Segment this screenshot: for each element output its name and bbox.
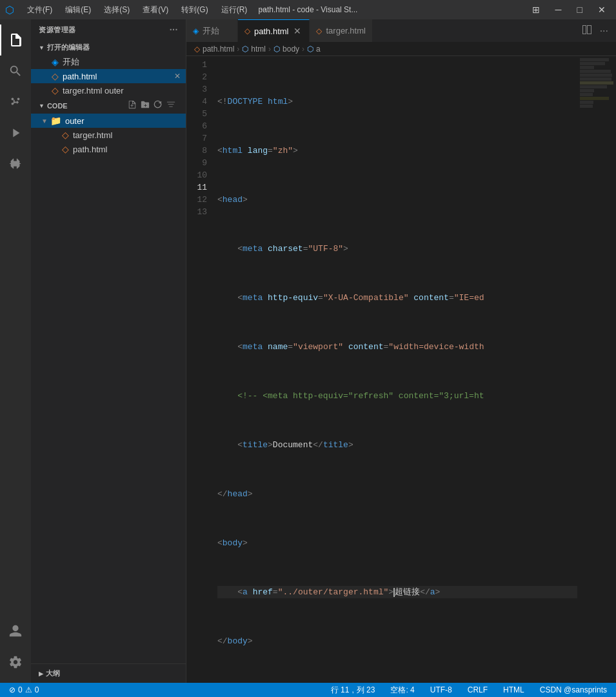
status-line-ending[interactable]: CRLF <box>464 683 492 697</box>
tab-actions: ··· <box>579 22 616 40</box>
code-token: </ <box>420 586 430 598</box>
status-bar: ⊘ 0 ⚠ 0 行 11, 列 23 空格: 4 UTF-8 CRLF HTML… <box>0 683 616 697</box>
explorer-icon <box>8 32 24 48</box>
code-token: Document <box>273 439 313 451</box>
code-indent <box>217 586 237 598</box>
code-token: > <box>268 439 273 451</box>
sidebar-more-icon[interactable]: ··· <box>170 25 178 35</box>
tab-path-html[interactable]: ◇ path.html ✕ <box>238 19 310 42</box>
tab-path-close[interactable]: ✕ <box>292 25 303 37</box>
status-spaces[interactable]: 空格: 4 <box>386 683 418 697</box>
tab-targer-html[interactable]: ◇ targer.html <box>310 19 372 42</box>
line-num-3: 3 <box>192 83 207 96</box>
outline-section[interactable]: ▶ 大纲 <box>31 663 186 683</box>
status-language-label: HTML <box>503 685 524 694</box>
breadcrumb-body[interactable]: body <box>283 45 299 54</box>
file-targer-html[interactable]: ◇ targer.html <box>31 128 186 142</box>
code-token: = <box>273 586 278 598</box>
activity-source-control[interactable] <box>0 86 31 117</box>
code-line-7: <!-- <meta http-equiv="refresh" content=… <box>217 390 577 402</box>
refresh-icon[interactable] <box>154 100 163 111</box>
folder-outer[interactable]: ▼ 📁 outer <box>31 114 186 128</box>
close-file-icon[interactable]: ✕ <box>174 72 181 81</box>
tab-start[interactable]: ◈ 开始 <box>186 19 238 42</box>
code-token: = <box>268 145 273 157</box>
close-button[interactable]: ✕ <box>593 3 611 16</box>
breadcrumb-html[interactable]: html <box>251 45 266 54</box>
menu-edit[interactable]: 编辑(E) <box>60 3 96 17</box>
activity-settings[interactable] <box>0 647 31 678</box>
code-token: "IE=ed <box>454 292 484 304</box>
code-token: > <box>293 145 298 157</box>
new-folder-icon[interactable] <box>141 100 150 111</box>
collapse-all-icon[interactable] <box>166 100 175 111</box>
code-line-12: </body> <box>217 635 577 647</box>
code-token: content <box>343 341 383 353</box>
activity-explorer[interactable] <box>0 25 31 56</box>
new-file-icon[interactable] <box>128 100 137 111</box>
split-editor-icon[interactable] <box>579 22 595 40</box>
breadcrumb-a[interactable]: a <box>316 45 321 54</box>
menu-goto[interactable]: 转到(G) <box>176 3 213 17</box>
outline-label: 大纲 <box>46 669 60 678</box>
code-token: < <box>237 341 243 353</box>
code-line-9: </head> <box>217 488 577 500</box>
line-num-2: 2 <box>192 71 207 83</box>
folder-icon-outer: 📁 <box>50 116 61 126</box>
status-line-col[interactable]: 行 11, 列 23 <box>327 683 379 697</box>
source-control-icon <box>8 95 23 109</box>
code-token: = <box>318 292 323 304</box>
file-path-html[interactable]: ◇ path.html <box>31 142 186 156</box>
status-encoding-label: UTF-8 <box>430 685 452 694</box>
file-targer-label: targer.html <box>73 130 112 140</box>
more-actions-icon[interactable]: ··· <box>597 23 611 39</box>
code-token: a <box>430 586 435 598</box>
code-indent <box>217 292 237 304</box>
chevron-down-icon: ▼ <box>39 45 45 51</box>
code-section[interactable]: ▼ CODE <box>31 97 186 114</box>
activity-extensions[interactable] <box>0 148 31 179</box>
maximize-button[interactable]: □ <box>572 3 588 16</box>
code-line-11: <a href="../outer/targer.html">超链接</a> <box>217 586 577 598</box>
code-token: body <box>228 635 248 647</box>
open-editors-section[interactable]: ▼ 打开的编辑器 <box>31 40 186 55</box>
code-editor[interactable]: <!DOCTYPE html> <html lang="zh"> <head> … <box>212 56 577 683</box>
code-token: < <box>217 145 223 157</box>
menu-view[interactable]: 查看(V) <box>137 3 174 17</box>
code-token: < <box>237 243 243 255</box>
breadcrumb-body-icon: ⬡ <box>273 45 280 54</box>
open-editor-start[interactable]: ◈ 开始 <box>31 55 186 69</box>
open-editor-path-html[interactable]: ◇ path.html ✕ <box>31 69 186 83</box>
activity-account[interactable] <box>0 616 31 647</box>
menu-select[interactable]: 选择(S) <box>99 3 135 17</box>
editor-area: ◈ 开始 ◇ path.html ✕ ◇ targer.html ··· <box>186 19 616 683</box>
warning-count: 0 <box>35 685 39 694</box>
status-language[interactable]: HTML <box>499 683 528 697</box>
line-num-11: 11 <box>192 181 207 194</box>
menu-run[interactable]: 运行(R) <box>216 3 253 17</box>
file-path-label: path.html <box>73 145 107 154</box>
status-spaces-label: 空格: 4 <box>390 685 414 696</box>
activity-bar <box>0 19 31 683</box>
tab-start-label: 开始 <box>203 25 219 37</box>
code-token: meta <box>243 341 263 353</box>
error-icon: ⊘ <box>9 685 15 694</box>
breadcrumb-file[interactable]: path.html <box>203 45 234 54</box>
minimize-button[interactable]: ─ <box>550 3 567 16</box>
code-token: > <box>343 243 348 255</box>
menu-file[interactable]: 文件(F) <box>22 3 57 17</box>
code-token: head <box>223 194 243 206</box>
code-container: 1 2 3 4 5 6 7 8 9 10 11 12 13 <!DOCTYPE … <box>186 56 616 683</box>
activity-run[interactable] <box>0 117 31 148</box>
breadcrumb-sep1: › <box>237 45 239 54</box>
code-token: < <box>237 439 243 451</box>
line-num-7: 7 <box>192 132 207 145</box>
status-encoding[interactable]: UTF-8 <box>426 683 456 697</box>
status-errors[interactable]: ⊘ 0 ⚠ 0 <box>5 683 43 697</box>
activity-search[interactable] <box>0 56 31 86</box>
code-token: DOCTYPE <box>228 96 263 108</box>
open-editor-targer-html[interactable]: ◇ targer.html outer <box>31 83 186 97</box>
code-token <box>263 96 268 108</box>
status-feedback[interactable]: CSDN @sansprints <box>536 683 611 697</box>
layout-button[interactable]: ⊞ <box>527 3 545 16</box>
